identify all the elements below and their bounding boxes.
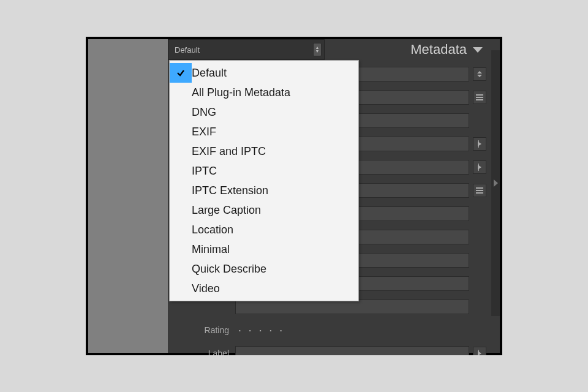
checkmark-icon — [170, 102, 192, 122]
field-action-button[interactable] — [473, 137, 486, 151]
menu-item-label: Location — [192, 224, 233, 236]
checkmark-icon — [170, 141, 192, 161]
checkmark-icon — [170, 200, 192, 220]
up-down-icon — [477, 69, 483, 79]
menu-item-label: IPTC Extension — [192, 184, 268, 197]
content-gutter — [88, 39, 168, 353]
goto-arrow-icon — [478, 351, 481, 355]
menu-item-label: Quick Describe — [192, 263, 266, 276]
menu-item[interactable]: Default — [170, 63, 358, 83]
checkmark-icon — [170, 181, 192, 200]
metadata-field[interactable] — [235, 300, 469, 314]
panel-header: Default ▲▼ Metadata — [168, 39, 500, 60]
menu-item[interactable]: IPTC — [170, 161, 358, 181]
menu-item-label: All Plug-in Metadata — [192, 86, 290, 99]
menu-item-label: Minimal — [192, 243, 230, 256]
menu-item-label: EXIF and IPTC — [192, 145, 266, 158]
metadata-preset-menu[interactable]: DefaultAll Plug-in MetadataDNGEXIFEXIF a… — [169, 60, 359, 301]
menu-item[interactable]: Large Caption — [170, 200, 358, 220]
checkmark-icon — [170, 83, 192, 102]
rating-value[interactable]: ••••• — [235, 328, 469, 333]
metadata-field-label: Label — [172, 349, 235, 355]
field-action-button[interactable] — [473, 91, 486, 104]
menu-item[interactable]: All Plug-in Metadata — [170, 83, 358, 102]
metadata-preset-value: Default — [175, 45, 200, 55]
metadata-row: Label — [172, 344, 486, 355]
menu-item-label: Default — [192, 67, 227, 80]
list-icon — [476, 187, 483, 194]
metadata-preset-select[interactable]: Default ▲▼ — [168, 39, 325, 60]
field-action-button[interactable] — [473, 347, 486, 355]
checkmark-icon — [170, 63, 192, 83]
metadata-field-label: Rating — [172, 325, 235, 335]
menu-item-label: Video — [192, 282, 220, 295]
menu-item[interactable]: Minimal — [170, 239, 358, 259]
menu-item-label: EXIF — [192, 126, 216, 138]
goto-arrow-icon — [478, 165, 481, 170]
metadata-row: Rating••••• — [172, 321, 486, 339]
menu-item-label: IPTC — [192, 165, 217, 178]
checkmark-icon — [170, 279, 192, 298]
checkmark-icon — [170, 220, 192, 239]
checkmark-icon — [170, 161, 192, 181]
metadata-field[interactable] — [235, 346, 469, 355]
panel-scroll-handle[interactable] — [491, 50, 500, 316]
menu-item-label: DNG — [192, 106, 216, 119]
menu-item[interactable]: Video — [170, 279, 358, 298]
triangle-down-icon — [473, 47, 483, 53]
up-down-icon: ▲▼ — [313, 43, 322, 56]
menu-item[interactable]: IPTC Extension — [170, 181, 358, 200]
goto-arrow-icon — [478, 141, 481, 146]
menu-item-label: Large Caption — [192, 204, 261, 217]
checkmark-icon — [170, 239, 192, 259]
menu-item[interactable]: Location — [170, 220, 358, 239]
field-action-button[interactable] — [473, 184, 486, 197]
chevron-right-icon — [494, 179, 498, 187]
menu-item[interactable]: EXIF — [170, 122, 358, 141]
menu-item[interactable]: Quick Describe — [170, 259, 358, 279]
app-frame: Default ▲▼ Metadata Rating•••••Label Def… — [86, 37, 502, 355]
checkmark-icon — [170, 122, 192, 141]
checkmark-icon — [170, 259, 192, 279]
list-icon — [476, 94, 483, 100]
field-action-button[interactable] — [473, 160, 486, 174]
panel-title[interactable]: Metadata — [325, 39, 489, 60]
menu-item[interactable]: DNG — [170, 102, 358, 122]
panel-title-label: Metadata — [410, 42, 467, 58]
field-action-button[interactable] — [473, 67, 486, 81]
menu-item[interactable]: EXIF and IPTC — [170, 141, 358, 161]
